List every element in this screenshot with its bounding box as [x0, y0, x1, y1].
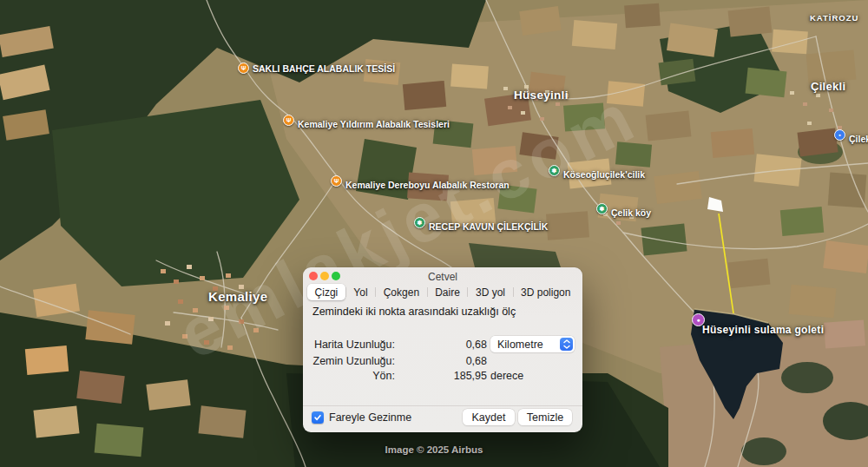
minimize-button[interactable] [320, 272, 329, 280]
poi-label: Çelik köy [611, 207, 651, 218]
agriculture-icon[interactable]: ✽ [414, 217, 425, 228]
mouse-navigation-checkbox[interactable] [312, 411, 324, 424]
fullscreen-button[interactable] [332, 272, 340, 280]
tab-yol[interactable]: Yol [346, 284, 375, 300]
town-label-katirozu: KATİROZU [810, 13, 858, 23]
poi-label: Kemaliye Dereboyu Alabalık Restoran [345, 180, 510, 190]
restaurant-icon[interactable]: Ψ [283, 115, 294, 126]
agriculture-icon[interactable]: ✽ [549, 165, 560, 176]
tab-cizgi[interactable]: Çizgi [307, 284, 345, 300]
map-length-value: 0,68 [398, 339, 487, 351]
poi-label: Köseoğluçilek'cilik [563, 169, 645, 180]
dropdown-stepper-icon [560, 338, 573, 351]
heading-value: 185,95 [398, 370, 487, 382]
restaurant-icon[interactable]: Ψ [331, 175, 342, 187]
measurement-form: Harita Uzunluğu: 0,68 Kilometre [303, 336, 582, 384]
poi-label: SAKLI BAHÇE ALABALIK TESİSİ [253, 63, 395, 74]
tab-3d-poligon[interactable]: 3D poligon [514, 284, 578, 300]
google-earth-window[interactable]: emlakjet.com Ψ SAKLI BAHÇE ALABALIK TESİ… [0, 0, 868, 467]
heading-unit: derece [490, 370, 582, 382]
map-attribution: Image © 2025 Airbus [0, 444, 868, 455]
ruler-dialog[interactable]: Cetvel Çizgi Yol Çokgen Daire 3D yol 3D … [303, 267, 582, 432]
town-label-kemaliye: Kemaliye [208, 289, 267, 304]
tab-daire[interactable]: Daire [428, 284, 468, 300]
clear-button[interactable]: Temizle [518, 409, 572, 425]
unit-dropdown[interactable]: Kilometre [490, 336, 575, 352]
agriculture-icon[interactable]: ✽ [596, 203, 608, 214]
ground-length-value: 0,68 [398, 355, 487, 367]
tab-3d-yol[interactable]: 3D yol [468, 284, 512, 300]
town-label-cilekli: Çilekli [811, 80, 845, 93]
dialog-titlebar[interactable]: Cetvel [303, 267, 582, 285]
poi-label: Kemaliye Yıldırım Alabalık Tesisleri [298, 119, 450, 129]
check-icon [313, 413, 322, 422]
map-length-label: Harita Uzunluğu: [303, 339, 395, 351]
dialog-title: Cetvel [303, 270, 582, 285]
save-button[interactable]: Kaydet [463, 409, 515, 425]
mouse-navigation-label: Fareyle Gezinme [329, 411, 411, 424]
town-label-huseyinli: Hüseyinli [514, 89, 569, 102]
tab-bar: Çizgi Yol Çokgen Daire 3D yol 3D poligon [307, 284, 578, 300]
heading-label: Yön: [303, 370, 395, 382]
restaurant-icon[interactable]: Ψ [238, 62, 249, 74]
close-button[interactable] [309, 272, 318, 280]
unit-dropdown-value: Kilometre [497, 339, 543, 351]
dialog-separator [303, 405, 582, 406]
tab-cokgen[interactable]: Çokgen [376, 284, 426, 300]
poi-label: RECEP KAVUN ÇİLEKÇİLİK [429, 221, 548, 232]
dialog-footer: Fareyle Gezinme Kaydet Temizle [303, 409, 582, 428]
poi-label: Hüseyinli sulama goleti [702, 324, 824, 336]
ground-length-label: Zemin Uzunluğu: [303, 355, 395, 367]
dialog-description: Zemindeki iki nokta arasındaki uzaklığı … [312, 306, 516, 318]
place-icon[interactable]: ▪ [834, 129, 845, 141]
poi-label: Çilekli [849, 134, 868, 144]
